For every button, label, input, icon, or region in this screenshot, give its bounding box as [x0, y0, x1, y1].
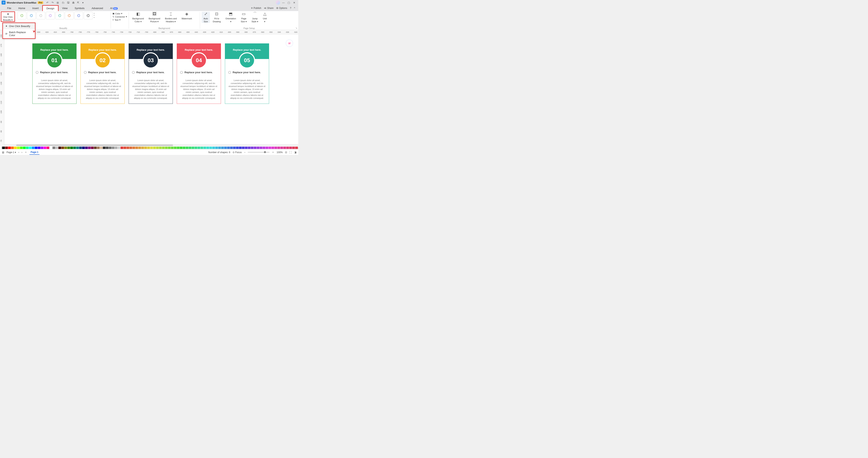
color-swatch[interactable]	[245, 147, 248, 149]
theme-thumb-4[interactable]: ⌬	[46, 12, 55, 19]
color-swatch[interactable]	[150, 147, 153, 149]
theme-thumb-6[interactable]: ⌬	[65, 12, 73, 19]
color-swatch[interactable]	[200, 147, 203, 149]
color-swatch[interactable]	[11, 147, 14, 149]
collapse-ribbon-icon[interactable]: ^	[294, 7, 295, 9]
color-swatch[interactable]	[233, 147, 236, 149]
color-swatch[interactable]	[254, 147, 256, 149]
color-swatch[interactable]	[14, 147, 17, 149]
color-swatch[interactable]	[79, 147, 82, 149]
color-swatch[interactable]	[61, 147, 64, 149]
color-swatch[interactable]	[171, 147, 174, 149]
color-swatch[interactable]	[29, 147, 32, 149]
color-swatch[interactable]	[239, 147, 242, 149]
scrollbar-thumb[interactable]	[16, 145, 173, 146]
infographic-card[interactable]: Replace your text here.03 Replace your t…	[129, 43, 173, 104]
tab-view[interactable]: View	[59, 5, 71, 11]
horizontal-scrollbar[interactable]	[4, 144, 298, 146]
canvas[interactable]: Replace your text here.01 Replace your t…	[4, 34, 298, 144]
color-swatch[interactable]	[274, 147, 277, 149]
color-swatch[interactable]	[53, 147, 55, 149]
infographic-card[interactable]: Replace your text here.04 Replace your t…	[177, 43, 221, 104]
color-swatch[interactable]	[129, 147, 132, 149]
ai-assistant-bubble[interactable]: M	[286, 39, 293, 47]
zoom-in-icon[interactable]: ＋	[272, 151, 274, 154]
color-swatch[interactable]	[162, 147, 165, 149]
color-swatch[interactable]	[259, 147, 262, 149]
color-swatch[interactable]	[112, 147, 115, 149]
color-swatch[interactable]	[189, 147, 191, 149]
theme-scroll-up[interactable]: ▴	[94, 12, 94, 14]
page-size-button[interactable]: ▭PageSize ▾	[239, 12, 249, 23]
color-swatch[interactable]	[286, 147, 289, 149]
orientation-button[interactable]: ⬒Orientation▾	[223, 12, 238, 23]
color-swatch[interactable]	[67, 147, 70, 149]
color-swatch[interactable]	[76, 147, 79, 149]
color-swatch[interactable]	[135, 147, 138, 149]
color-swatch[interactable]	[224, 147, 227, 149]
color-swatch[interactable]	[64, 147, 67, 149]
color-swatch[interactable]	[58, 147, 61, 149]
open-icon[interactable]: 🗀	[62, 1, 64, 4]
color-swatch[interactable]	[123, 147, 126, 149]
infographic-card[interactable]: Replace your text here.01 Replace your t…	[32, 43, 76, 104]
color-swatch[interactable]	[97, 147, 100, 149]
page-tab[interactable]: Page-1	[29, 150, 39, 155]
more-icon[interactable]: ▾	[82, 1, 85, 4]
color-swatch[interactable]	[168, 147, 170, 149]
print-icon[interactable]: 🖶	[72, 1, 75, 4]
color-swatch[interactable]	[147, 147, 150, 149]
color-swatch[interactable]	[174, 147, 177, 149]
tab-advanced[interactable]: Advanced	[88, 5, 106, 11]
color-swatch[interactable]	[209, 147, 212, 149]
no-color-swatch[interactable]	[2, 147, 2, 149]
color-swatch[interactable]	[32, 147, 34, 149]
help-icon[interactable]: ?	[290, 7, 291, 9]
user-avatar[interactable]	[276, 0, 280, 5]
page-setup-launcher-icon[interactable]: ↘	[296, 27, 297, 29]
color-swatch[interactable]	[277, 147, 280, 149]
color-swatch[interactable]	[2, 147, 5, 149]
undo-icon[interactable]: ↶	[46, 1, 49, 4]
auto-size-button[interactable]: ⤢AutoSize	[202, 12, 210, 23]
minimize-icon[interactable]: —	[282, 1, 286, 4]
color-swatch[interactable]	[8, 147, 11, 149]
menu-batch-replace-color[interactable]: ⟳Batch Replace Color	[3, 29, 35, 38]
theme-more[interactable]: ▾	[94, 17, 94, 18]
color-swatch[interactable]	[85, 147, 88, 149]
one-click-beautify-button[interactable]: ✦ One Click Beautify ▾	[1, 11, 15, 22]
color-swatch[interactable]	[230, 147, 233, 149]
color-swatch[interactable]	[144, 147, 147, 149]
add-page-button[interactable]: ＋	[25, 151, 27, 154]
background-picture-button[interactable]: 🖼BackgroundPicture ▾	[147, 12, 162, 23]
tab-insert[interactable]: Insert	[29, 5, 42, 11]
new-icon[interactable]: ⊞	[57, 1, 59, 4]
theme-thumb-1[interactable]: ⌬	[18, 12, 26, 19]
zoom-fit-icon[interactable]: ⊡	[285, 151, 287, 154]
color-swatch[interactable]	[257, 147, 259, 149]
color-swatch[interactable]	[156, 147, 159, 149]
color-swatch[interactable]	[292, 147, 295, 149]
tab-ai[interactable]: AIhot	[106, 5, 121, 11]
color-swatch[interactable]	[41, 147, 43, 149]
color-swatch[interactable]	[177, 147, 180, 149]
fit-to-drawing-button[interactable]: ⊡Fit toDrawing	[211, 12, 222, 23]
color-swatch[interactable]	[20, 147, 23, 149]
color-swatch[interactable]	[118, 147, 120, 149]
jump-style-button[interactable]: ⌒JumpStyle ▾	[250, 12, 260, 23]
color-swatch[interactable]	[206, 147, 209, 149]
color-swatch[interactable]	[141, 147, 144, 149]
color-swatch[interactable]	[121, 147, 123, 149]
theme-thumb-8[interactable]: ⌬	[84, 12, 93, 19]
color-swatch[interactable]	[70, 147, 73, 149]
theme-thumb-7[interactable]: ⌬	[74, 12, 83, 19]
infographic-card[interactable]: Replace your text here.02 Replace your t…	[81, 43, 125, 104]
color-swatch[interactable]	[106, 147, 108, 149]
color-swatch[interactable]	[218, 147, 221, 149]
color-swatch[interactable]	[186, 147, 188, 149]
color-swatch[interactable]	[100, 147, 102, 149]
color-swatch[interactable]	[23, 147, 26, 149]
color-swatch[interactable]	[73, 147, 76, 149]
theme-thumb-5[interactable]: ⌬	[56, 12, 64, 19]
color-swatch[interactable]	[272, 147, 274, 149]
